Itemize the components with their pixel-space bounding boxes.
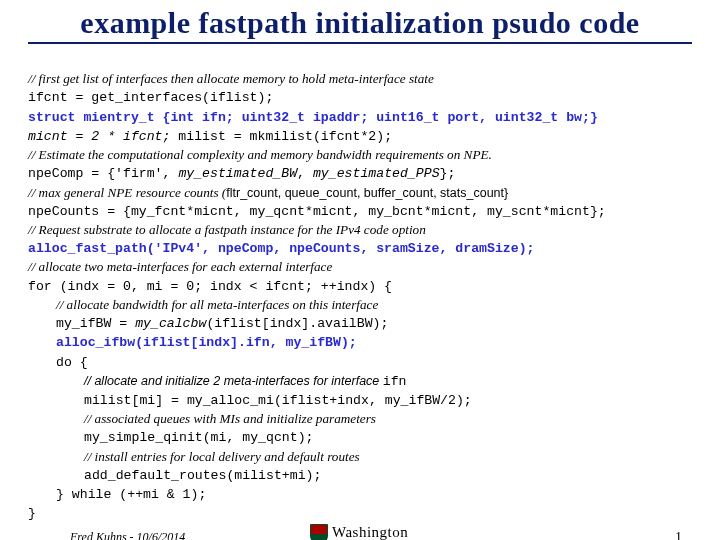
code-block: // first get list of interfaces then all… [28,52,692,524]
code-var: my_estimated_BW [178,166,297,181]
code-line: ifcnt = get_interfaces(iflist); [28,90,273,105]
slide-title: example fastpath initialization psudo co… [28,6,692,44]
comment-line: // Estimate the computational complexity… [28,147,492,162]
comment-params: fltr_count, queue_count, buffer_count, s… [226,186,508,200]
code-line: for (indx = 0, mi = 0; indx < ifcnt; ++i… [28,279,392,294]
code-line: my_simple_qinit(mi, my_qcnt); [84,430,314,445]
code-line: do { [56,355,88,370]
code-var: my_estimated_PPS [313,166,440,181]
code-line-highlight: alloc_fast_path('IPv4', npeComp, npeCoun… [28,241,534,256]
comment-line: // Request substrate to allocate a fastp… [28,222,426,237]
code-line: } while (++mi & 1); [56,487,206,502]
author-date: Fred Kuhns - 10/6/2014 [70,530,185,540]
code-line: add_default_routes(milist+mi); [84,468,321,483]
page-number: 1 [675,530,682,540]
shield-icon [310,524,328,540]
code-line: } [28,506,36,521]
comment-line: // associated queues with MIs and initia… [84,411,376,426]
comment-line: // install entries for local delivery an… [84,449,360,464]
slide: example fastpath initialization psudo co… [0,0,720,524]
code-var: ifn [383,374,407,389]
code-var: my_calcbw [135,316,206,331]
code-line: npeCounts = {my_fcnt*micnt, my_qcnt*micn… [28,204,606,219]
code-line: npeComp = {'firm', [28,166,178,181]
comment-line: // max general NPE resource counts ( [28,185,226,200]
code-line: micnt = 2 * ifcnt; [28,129,170,144]
code-line-highlight: alloc_ifbw(iflist[indx].ifn, my_ifBW); [56,335,357,350]
comment-line: // allocate bandwidth for all meta-inter… [56,297,378,312]
comment-line: // first get list of interfaces then all… [28,71,434,86]
code-line: my_ifBW = [56,316,135,331]
university-logo: Washington WASHINGTON UNIVERSITY IN ST L… [310,524,450,540]
code-line: milist[mi] = my_alloc_mi(iflist+indx, my… [84,393,472,408]
comment-line: // allocate and initialize 2 meta-interf… [84,374,383,388]
comment-line: // allocate two meta-interfaces for each… [28,259,332,274]
code-line: milist = mkmilist(ifcnt*2); [170,129,392,144]
university-name: Washington [332,524,408,540]
code-line-highlight: struct mientry_t {int ifn; uint32_t ipad… [28,110,598,125]
